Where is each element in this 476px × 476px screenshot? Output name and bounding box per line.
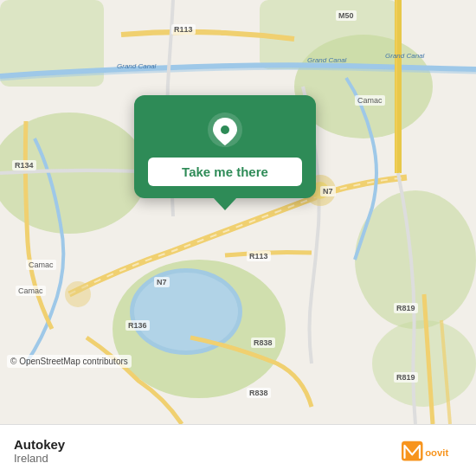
moovit-logo: oovit [402, 439, 462, 463]
svg-point-9 [134, 273, 238, 351]
road-label-r113-top: R113 [171, 24, 196, 35]
road-label-r838-l: R838 [251, 338, 275, 348]
moovit-logo-svg: oovit [402, 439, 462, 463]
canal-label-gc2: Grand Canal [307, 56, 346, 64]
take-me-there-button[interactable]: Take me there [148, 158, 302, 186]
popup-card: Take me there [134, 95, 316, 198]
road-label-r838-b: R838 [247, 388, 271, 398]
road-label-n7-low: N7 [154, 277, 170, 287]
location-name: Autokey [14, 437, 65, 452]
location-pin-icon [206, 111, 244, 149]
location-country: Ireland [14, 452, 65, 465]
road-label-camac-l2: Camac [16, 286, 46, 296]
attribution-text: © OpenStreetMap contributors [7, 355, 132, 368]
map-container: R113 M50 R134 N7 N7 R113 R136 R838 R838 … [0, 0, 476, 424]
bottom-bar: Autokey Ireland oovit [0, 424, 476, 476]
road-label-camac-l: Camac [26, 260, 56, 270]
svg-text:oovit: oovit [425, 447, 448, 458]
road-label-m50: M50 [336, 10, 357, 21]
canal-label-gc3: Grand Canal [385, 52, 424, 60]
road-label-r819-b: R819 [394, 372, 418, 383]
road-label-r113-low: R113 [247, 251, 271, 261]
location-info: Autokey Ireland [14, 437, 65, 465]
road-label-r819-t: R819 [394, 303, 418, 313]
road-label-n7-mid: N7 [320, 186, 336, 196]
road-label-r136: R136 [125, 320, 150, 331]
road-label-r134: R134 [12, 160, 36, 170]
canal-label-gc1: Grand Canal [117, 62, 156, 70]
svg-point-12 [65, 281, 91, 307]
svg-point-6 [372, 320, 476, 407]
svg-point-14 [221, 125, 229, 134]
road-label-camac-r: Camac [355, 95, 385, 106]
